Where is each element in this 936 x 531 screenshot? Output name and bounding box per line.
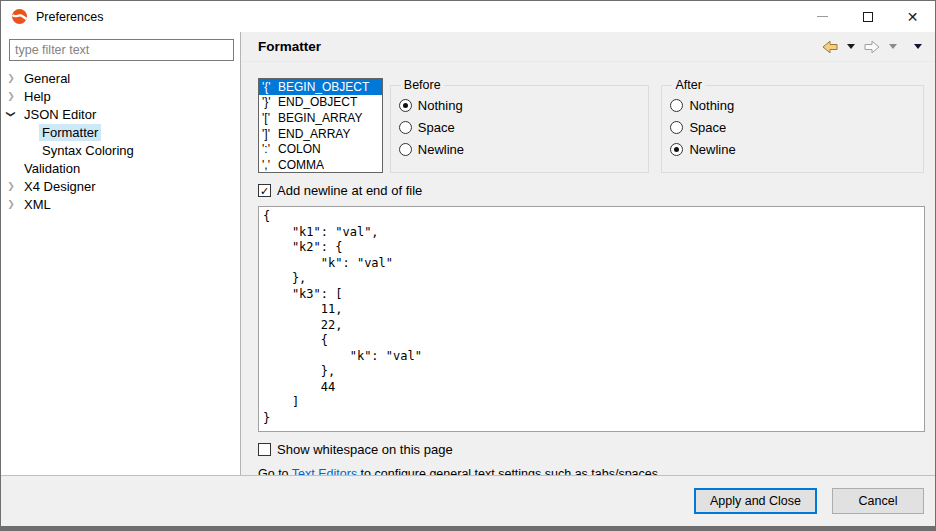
radio-icon xyxy=(399,143,412,156)
tree-item-formatter[interactable]: Formatter xyxy=(1,123,240,141)
radio-label: Newline xyxy=(689,142,735,157)
tree-item-label: JSON Editor xyxy=(21,106,99,123)
radio-label: Newline xyxy=(418,142,464,157)
chevron-right-icon[interactable] xyxy=(1,181,21,191)
tree-item-label: Validation xyxy=(21,160,83,177)
chevron-right-icon[interactable] xyxy=(1,199,21,209)
before-group-legend: Before xyxy=(401,78,444,92)
forward-arrow-icon xyxy=(864,40,880,54)
token-name: COMMA xyxy=(278,158,324,172)
chevron-down-icon[interactable] xyxy=(1,109,21,119)
preferences-tree: General Help JSON Editor Formatter Synta… xyxy=(1,69,240,213)
token-symbol: '[' xyxy=(262,111,278,125)
before-group: Before Nothing Space Newline xyxy=(390,78,650,173)
radio-icon xyxy=(670,143,683,156)
after-newline-radio[interactable]: Newline xyxy=(670,138,915,160)
after-nothing-radio[interactable]: Nothing xyxy=(670,94,915,116)
forward-button[interactable] xyxy=(862,38,882,55)
token-symbol: '}' xyxy=(262,95,278,109)
token-list[interactable]: '{' BEGIN_OBJECT '}' END_OBJECT '[' BEGI… xyxy=(258,78,383,173)
titlebar: Preferences ✕ xyxy=(1,1,935,32)
page-header: Formatter xyxy=(241,32,935,62)
radio-label: Nothing xyxy=(418,98,463,113)
minimize-icon xyxy=(817,16,828,17)
preferences-dialog: Preferences ✕ General Help JSON Editor xyxy=(0,0,936,531)
tree-item-label: General xyxy=(21,70,73,87)
dialog-footer: Apply and Close Cancel xyxy=(1,475,935,526)
checkbox-label: Show whitespace on this page xyxy=(277,442,453,457)
window-bottom-border xyxy=(1,526,935,530)
cancel-button[interactable]: Cancel xyxy=(832,488,924,514)
add-newline-checkbox-row[interactable]: Add newline at end of file xyxy=(258,182,924,198)
formatter-page: Formatter xyxy=(241,32,935,475)
forward-history-dropdown-icon[interactable] xyxy=(889,44,897,49)
show-whitespace-checkbox-row[interactable]: Show whitespace on this page xyxy=(258,441,924,457)
radio-label: Space xyxy=(418,120,455,135)
tree-item-label: Formatter xyxy=(39,124,101,141)
close-icon: ✕ xyxy=(907,10,919,24)
history-nav xyxy=(820,38,925,55)
close-button[interactable]: ✕ xyxy=(890,1,935,32)
tree-item-validation[interactable]: Validation xyxy=(1,159,240,177)
checkbox-unchecked-icon xyxy=(258,443,271,456)
tree-item-json-editor[interactable]: JSON Editor xyxy=(1,105,240,123)
format-preview[interactable]: { "k1": "val", "k2": { "k": "val" }, "k3… xyxy=(258,206,925,432)
app-icon xyxy=(11,8,28,25)
token-name: COLON xyxy=(278,142,321,156)
radio-icon xyxy=(399,99,412,112)
preferences-sidebar: General Help JSON Editor Formatter Synta… xyxy=(1,32,241,475)
after-group: After Nothing Space Newline xyxy=(661,78,924,173)
radio-icon xyxy=(670,121,683,134)
apply-and-close-button[interactable]: Apply and Close xyxy=(694,488,817,514)
chevron-right-icon[interactable] xyxy=(1,73,21,83)
tree-item-label: Help xyxy=(21,88,54,105)
token-row-colon[interactable]: ':' COLON xyxy=(259,141,382,157)
before-space-radio[interactable]: Space xyxy=(399,116,641,138)
token-name: BEGIN_ARRAY xyxy=(278,111,362,125)
token-symbol: ']' xyxy=(262,127,278,141)
tree-item-label: X4 Designer xyxy=(21,178,99,195)
before-newline-radio[interactable]: Newline xyxy=(399,138,641,160)
token-name: END_OBJECT xyxy=(278,95,357,109)
checkbox-label: Add newline at end of file xyxy=(277,183,422,198)
radio-label: Nothing xyxy=(689,98,734,113)
tree-item-help[interactable]: Help xyxy=(1,87,240,105)
back-history-dropdown-icon[interactable] xyxy=(847,44,855,49)
token-row-end-array[interactable]: ']' END_ARRAY xyxy=(259,126,382,142)
token-row-begin-object[interactable]: '{' BEGIN_OBJECT xyxy=(259,79,382,95)
radio-icon xyxy=(399,121,412,134)
radio-label: Space xyxy=(689,120,726,135)
token-name: END_ARRAY xyxy=(278,127,350,141)
back-button[interactable] xyxy=(820,38,840,55)
formatter-content: '{' BEGIN_OBJECT '}' END_OBJECT '[' BEGI… xyxy=(241,62,935,481)
maximize-icon xyxy=(863,12,873,22)
token-name: BEGIN_OBJECT xyxy=(278,80,369,94)
back-arrow-icon xyxy=(822,40,838,54)
after-group-legend: After xyxy=(672,78,704,92)
token-row-begin-array[interactable]: '[' BEGIN_ARRAY xyxy=(259,110,382,126)
maximize-button[interactable] xyxy=(845,1,890,32)
tree-item-general[interactable]: General xyxy=(1,69,240,87)
checkbox-checked-icon xyxy=(258,184,271,197)
filter-input[interactable] xyxy=(9,39,234,61)
before-nothing-radio[interactable]: Nothing xyxy=(399,94,641,116)
tree-item-xml[interactable]: XML xyxy=(1,195,240,213)
radio-icon xyxy=(670,99,683,112)
tree-item-label: XML xyxy=(21,196,54,213)
token-row-comma[interactable]: ',' COMMA xyxy=(259,157,382,173)
token-row-end-object[interactable]: '}' END_OBJECT xyxy=(259,95,382,111)
tree-item-x4-designer[interactable]: X4 Designer xyxy=(1,177,240,195)
tree-item-syntax-coloring[interactable]: Syntax Coloring xyxy=(1,141,240,159)
tree-item-label: Syntax Coloring xyxy=(39,142,137,159)
token-symbol: '{' xyxy=(262,80,278,94)
minimize-button xyxy=(800,1,845,32)
page-title: Formatter xyxy=(258,39,321,54)
token-symbol: ':' xyxy=(262,142,278,156)
after-space-radio[interactable]: Space xyxy=(670,116,915,138)
view-menu-icon[interactable] xyxy=(914,44,922,49)
chevron-right-icon[interactable] xyxy=(1,91,21,101)
window-title: Preferences xyxy=(36,10,103,24)
token-symbol: ',' xyxy=(262,158,278,172)
